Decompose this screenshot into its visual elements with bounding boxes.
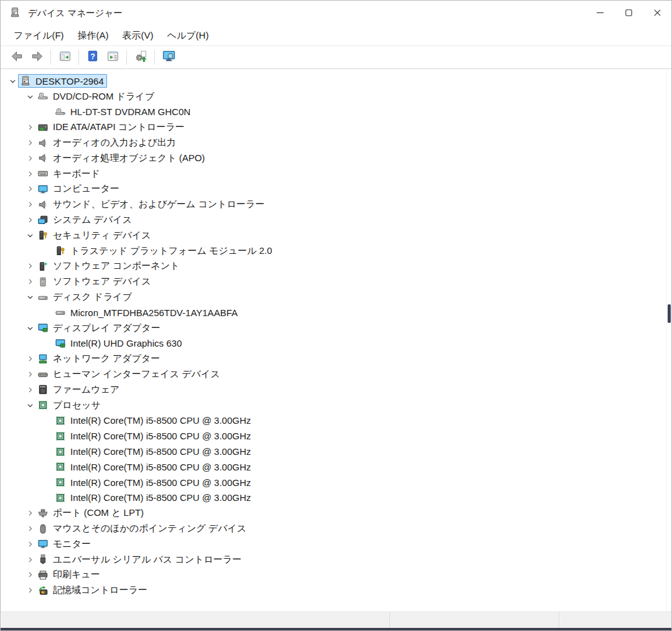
tree-item[interactable]: キーボード: [1, 166, 671, 182]
chevron-right-icon[interactable]: [24, 138, 35, 149]
tree-node[interactable]: トラステッド プラットフォーム モジュール 2.0: [53, 244, 275, 258]
chevron-right-icon[interactable]: [24, 215, 35, 226]
tree-item[interactable]: コンピューター: [1, 182, 671, 197]
console-tree-button[interactable]: [55, 48, 75, 67]
chevron-right-icon[interactable]: [24, 384, 35, 395]
tree-node[interactable]: Intel(R) Core(TM) i5-8500 CPU @ 3.00GHz: [53, 475, 254, 489]
tree-item[interactable]: サウンド、ビデオ、およびゲーム コントローラー: [1, 197, 671, 212]
chevron-right-icon[interactable]: [24, 508, 35, 519]
menu-view[interactable]: 表示(V): [116, 27, 161, 45]
tree-item[interactable]: オーディオ処理オブジェクト (APO): [1, 151, 671, 166]
scrollbar-thumb[interactable]: [668, 304, 671, 323]
tree-item[interactable]: 記憶域コントローラー: [1, 582, 671, 598]
tree-item[interactable]: トラステッド プラットフォーム モジュール 2.0: [1, 243, 671, 259]
chevron-right-icon[interactable]: [24, 168, 35, 179]
tree-item[interactable]: DESKTOP-2964: [1, 73, 671, 89]
tree-item[interactable]: Intel(R) Core(TM) i5-8500 CPU @ 3.00GHz: [1, 444, 671, 459]
chevron-right-icon[interactable]: [24, 585, 35, 596]
chevron-down-icon[interactable]: [7, 75, 18, 86]
tree-item[interactable]: ディスプレイ アダプター: [1, 320, 671, 336]
chevron-down-icon[interactable]: [24, 292, 35, 303]
tree-node[interactable]: Intel(R) Core(TM) i5-8500 CPU @ 3.00GHz: [53, 445, 254, 459]
chevron-right-icon[interactable]: [24, 261, 35, 272]
menu-action[interactable]: 操作(A): [71, 27, 116, 45]
tree-node[interactable]: キーボード: [35, 167, 103, 181]
tree-node[interactable]: ディスク ドライブ: [35, 290, 135, 304]
chevron-right-icon[interactable]: [24, 369, 35, 380]
chevron-down-icon[interactable]: [24, 400, 35, 411]
tree-item[interactable]: ソフトウェア デバイス: [1, 274, 671, 289]
tree-node[interactable]: ファームウェア: [35, 383, 123, 397]
chevron-down-icon[interactable]: [24, 322, 35, 334]
tree-item[interactable]: ファームウェア: [1, 382, 671, 398]
chevron-right-icon[interactable]: [24, 152, 35, 164]
tree-node[interactable]: IDE ATA/ATAPI コントローラー: [35, 120, 188, 134]
chevron-right-icon[interactable]: [24, 554, 35, 565]
tree-node[interactable]: セキュリティ デバイス: [35, 228, 154, 243]
tree-item[interactable]: Micron_MTFDHBA256TDV-1AY1AABFA: [1, 305, 671, 320]
tree-item[interactable]: HL-DT-ST DVDRAM GHC0N: [1, 105, 671, 120]
tree-item[interactable]: ネットワーク アダプター: [1, 351, 671, 367]
tree-item[interactable]: DVD/CD-ROM ドライブ: [1, 89, 671, 105]
tree-item[interactable]: 印刷キュー: [1, 568, 671, 583]
minimize-button[interactable]: [586, 1, 614, 26]
tree-node[interactable]: オーディオ処理オブジェクト (APO): [35, 151, 208, 166]
chevron-down-icon[interactable]: [24, 230, 35, 241]
tree-node[interactable]: Intel(R) Core(TM) i5-8500 CPU @ 3.00GHz: [53, 491, 254, 505]
tree-node[interactable]: ネットワーク アダプター: [35, 352, 163, 366]
tree-item[interactable]: ソフトウェア コンポーネント: [1, 259, 671, 274]
tree-item[interactable]: オーディオの入力および出力: [1, 135, 671, 151]
chevron-right-icon[interactable]: [24, 569, 35, 581]
tree-node[interactable]: マウスとそのほかのポインティング デバイス: [35, 521, 250, 536]
tree-item[interactable]: IDE ATA/ATAPI コントローラー: [1, 119, 671, 135]
tree-item[interactable]: Intel(R) Core(TM) i5-8500 CPU @ 3.00GHz: [1, 428, 671, 444]
tree-node[interactable]: プロセッサ: [35, 398, 104, 413]
chevron-right-icon[interactable]: [24, 199, 35, 210]
search-computer-button[interactable]: [159, 48, 179, 67]
tree-item[interactable]: システム デバイス: [1, 212, 671, 228]
tree-item[interactable]: Intel(R) Core(TM) i5-8500 CPU @ 3.00GHz: [1, 413, 671, 429]
tree-item[interactable]: ヒューマン インターフェイス デバイス: [1, 367, 671, 382]
forward-button[interactable]: [27, 48, 47, 67]
chevron-right-icon[interactable]: [24, 184, 35, 195]
tree-node[interactable]: モニター: [35, 537, 94, 551]
tree-node[interactable]: ソフトウェア コンポーネント: [35, 259, 182, 273]
tree-node[interactable]: ポート (COM と LPT): [35, 506, 147, 520]
tree-item[interactable]: プロセッサ: [1, 398, 671, 413]
tree-item[interactable]: モニター: [1, 536, 671, 552]
tree-item[interactable]: Intel(R) Core(TM) i5-8500 CPU @ 3.00GHz: [1, 490, 671, 506]
tree-item[interactable]: セキュリティ デバイス: [1, 228, 671, 243]
tree-item[interactable]: ユニバーサル シリアル バス コントローラー: [1, 552, 671, 568]
tree-node[interactable]: HL-DT-ST DVDRAM GHC0N: [53, 105, 194, 119]
tree-node[interactable]: ユニバーサル シリアル バス コントローラー: [35, 553, 245, 567]
chevron-right-icon[interactable]: [24, 353, 35, 365]
chevron-right-icon[interactable]: [24, 523, 35, 535]
tree-item[interactable]: Intel(R) Core(TM) i5-8500 CPU @ 3.00GHz: [1, 459, 671, 475]
chevron-right-icon[interactable]: [24, 122, 35, 133]
menu-help[interactable]: ヘルプ(H): [161, 27, 216, 45]
selected-tree-node[interactable]: DESKTOP-2964: [18, 74, 107, 88]
properties-button[interactable]: [103, 48, 123, 67]
tree-item[interactable]: ディスク ドライブ: [1, 289, 671, 305]
scan-hardware-button[interactable]: [131, 48, 151, 67]
tree-node[interactable]: 記憶域コントローラー: [35, 583, 151, 597]
help-button[interactable]: ?: [83, 48, 103, 67]
vertical-scrollbar[interactable]: [666, 69, 671, 612]
close-button[interactable]: [643, 1, 671, 26]
tree-node[interactable]: Micron_MTFDHBA256TDV-1AY1AABFA: [53, 306, 241, 319]
tree-node[interactable]: DVD/CD-ROM ドライブ: [35, 90, 157, 104]
tree-node[interactable]: ソフトウェア デバイス: [35, 274, 154, 289]
tree-node[interactable]: Intel(R) UHD Graphics 630: [53, 337, 185, 350]
tree-item[interactable]: マウスとそのほかのポインティング デバイス: [1, 521, 671, 536]
menu-file[interactable]: ファイル(F): [7, 27, 71, 45]
maximize-button[interactable]: [614, 1, 643, 26]
tree-node[interactable]: Intel(R) Core(TM) i5-8500 CPU @ 3.00GHz: [53, 429, 254, 443]
back-button[interactable]: [7, 48, 27, 67]
chevron-right-icon[interactable]: [24, 538, 35, 549]
tree-node[interactable]: ヒューマン インターフェイス デバイス: [35, 367, 223, 381]
chevron-down-icon[interactable]: [24, 91, 35, 102]
tree-node[interactable]: Intel(R) Core(TM) i5-8500 CPU @ 3.00GHz: [53, 460, 254, 474]
tree-item[interactable]: Intel(R) UHD Graphics 630: [1, 336, 671, 352]
tree-node[interactable]: 印刷キュー: [35, 568, 103, 582]
tree-node[interactable]: システム デバイス: [35, 213, 135, 227]
